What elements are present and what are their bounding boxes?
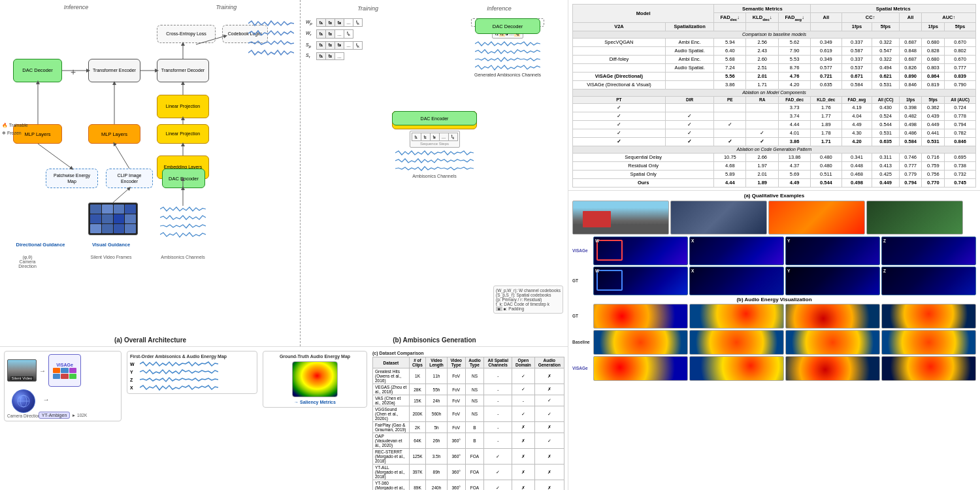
dataset-cell-0-3: FoV xyxy=(447,368,465,384)
bl-cell-2-9: 0.680 xyxy=(922,55,945,63)
qual-img-1 xyxy=(572,201,669,235)
ab-cell-1-7: 0.524 xyxy=(872,112,899,120)
ab-cell-4-10: 0.846 xyxy=(945,137,976,146)
ab-cell-3-10: 0.782 xyxy=(945,129,976,137)
bl-cell-2-0: Diff-foley xyxy=(573,55,666,63)
metrics-codegen-row-1: Residual Only4.681.974.370.4800.4480.413… xyxy=(573,161,976,170)
phi-theta-label: (φ,θ)CameraDirection xyxy=(8,255,47,269)
bl-cell-1-3: 2.43 xyxy=(746,46,779,55)
bl-cell-5-4: 4.20 xyxy=(779,80,811,89)
ab-cell-4-3: ✓ xyxy=(746,137,779,146)
metrics-codegen-row-3: Ours4.441.894.490.5440.4980.4490.7940.77… xyxy=(573,178,976,187)
gt-row: GT W X Y Z xyxy=(572,267,976,295)
ambisonics-channels-label: Ambisonics Channels xyxy=(157,255,209,259)
dataset-cell-8-1: 89K xyxy=(409,480,426,491)
qual-img-2 xyxy=(670,201,767,235)
metrics-baseline-row-5: ViSAGe (Directional & Visual)3.861.714.2… xyxy=(573,80,976,89)
first-order-label: First-Order Ambisonics & Audio Energy Ma… xyxy=(130,354,254,359)
visage-energy-row: ViSAGe xyxy=(572,356,976,381)
dataset-cell-0-0: Greatest Hits (Owens et al., 2016) xyxy=(373,368,410,384)
cg-val-2-2: 5.69 xyxy=(779,170,811,178)
bl-cell-4-2: 5.56 xyxy=(714,72,746,80)
dataset-cell-1-1: 28K xyxy=(409,384,426,395)
cg-val-3-6: 0.794 xyxy=(899,178,922,187)
dataset-cell-0-5: - xyxy=(484,368,512,384)
dataset-cell-4-5: - xyxy=(484,422,512,433)
ptdir-header-3: RA xyxy=(746,96,779,103)
ab-cell-3-7: 0.531 xyxy=(872,129,899,137)
dataset-cell-8-4: FOA xyxy=(465,480,484,491)
svg-line-12 xyxy=(113,188,129,203)
dataset-cell-5-4: B xyxy=(465,433,484,449)
bl-cell-1-5: 0.619 xyxy=(811,46,841,55)
codegen-section-header: Ablation on Code Generation Pattern xyxy=(573,146,976,153)
ptdir-header-8: 1fps xyxy=(899,96,922,103)
dataset-col-atype: Audio Type xyxy=(465,357,484,368)
dataset-cell-1-3: FoV xyxy=(447,384,465,395)
metrics-ablation-row-3: ✓✓✓4.011.784.300.5310.4860.4410.782 xyxy=(573,129,976,137)
cg-val-0-1: 2.66 xyxy=(746,153,779,161)
cg-val-3-1: 1.89 xyxy=(746,178,779,187)
cg-val-1-6: 0.777 xyxy=(899,161,922,170)
silent-video-thumb: Silent Video xyxy=(7,359,37,382)
bl-cell-5-3: 1.71 xyxy=(746,80,779,89)
cg-val-0-5: 0.311 xyxy=(872,153,899,161)
auc-5fps-header: 5fps xyxy=(945,22,976,31)
cg-val-0-7: 0.716 xyxy=(922,153,945,161)
visage-spec-1: W xyxy=(593,237,688,265)
dataset-cell-4-2: 5h xyxy=(426,422,448,433)
bl-cell-4-5: 0.721 xyxy=(811,72,841,80)
cg-val-1-3: 0.480 xyxy=(811,161,841,170)
ptdir-header-1: DIR xyxy=(665,96,713,103)
bl-cell-2-5: 0.349 xyxy=(811,55,841,63)
bl-cell-1-4: 7.90 xyxy=(779,46,811,55)
dataset-cell-5-3: 360° xyxy=(447,433,465,449)
transformer-encoder-node: Transformer Encoder xyxy=(88,59,140,82)
bottom-diagrams: Silent Video → ViSAGe xyxy=(0,346,568,490)
dataset-cell-5-7: ✓ xyxy=(534,433,564,449)
baseline-energy-row: Baseline xyxy=(572,330,976,355)
dataset-col-name: Dataset xyxy=(373,357,410,368)
dataset-cell-3-0: VGGSound (Chen et al., 2020c) xyxy=(373,406,410,422)
ab-cell-1-5: 1.77 xyxy=(811,112,841,120)
dataset-caption: (c) Dataset Comparison xyxy=(372,351,564,355)
svg-line-9 xyxy=(38,144,72,169)
dataset-col-audio: Audio Generation xyxy=(534,357,564,368)
plus-symbol: + xyxy=(71,67,76,77)
cg-val-3-2: 4.49 xyxy=(779,178,811,187)
fad-avg-header: FADavg↓ xyxy=(779,13,811,23)
silent-video-frames-label: Silent Video Frames xyxy=(85,255,137,259)
bl-cell-5-8: 0.846 xyxy=(899,80,922,89)
metrics-baseline-row-4: ViSAGe (Directional)5.562.014.760.7210.6… xyxy=(573,72,976,80)
bl-cell-5-6: 0.584 xyxy=(841,80,872,89)
cg-val-0-4: 0.341 xyxy=(841,153,872,161)
dac-encoder-b-node: DAC Encoder xyxy=(392,111,477,125)
dataset-cell-8-2: 240h xyxy=(426,480,448,491)
qualitative-top-row xyxy=(572,201,976,235)
gt-energy-2 xyxy=(689,304,784,329)
ab-cell-1-6: 4.04 xyxy=(841,112,872,120)
bl-cell-4-7: 0.621 xyxy=(872,72,899,80)
spatialization-header: Spatialization xyxy=(665,22,713,31)
bl-cell-4-9: 0.864 xyxy=(922,72,945,80)
ab-cell-2-6: 4.49 xyxy=(841,120,872,129)
metrics-baseline-row-2: Diff-foleyAmbi Enc.5.682.605.530.3490.33… xyxy=(573,55,976,63)
bl-cell-4-6: 0.671 xyxy=(841,72,872,80)
cc-5fps-header: 5fps xyxy=(872,22,899,31)
metrics-table-container: Model Semantic Metrics Spatial Metrics F… xyxy=(568,0,980,190)
cg-val-1-8: 0.738 xyxy=(945,161,976,170)
baseline-energy-label: Baseline xyxy=(572,340,592,344)
dataset-cell-2-6: - xyxy=(512,395,534,406)
dataset-cell-1-4: NS xyxy=(465,384,484,395)
cc-header: CC↑ xyxy=(841,13,899,23)
diagram-a-title: (a) Overall Architecture xyxy=(0,336,301,344)
bl-cell-0-7: 0.322 xyxy=(872,38,899,46)
bl-cell-3-1: Audio Spatial. xyxy=(665,63,713,72)
ab-cell-4-0: ✓ xyxy=(573,137,666,146)
dataset-cell-8-7: ✗ xyxy=(534,480,564,491)
dataset-cell-7-4: FOA xyxy=(465,465,484,480)
dataset-cell-4-0: FairPlay (Gao & Grauman, 2019) xyxy=(373,422,410,433)
globe-icon-bottom xyxy=(12,389,35,413)
generated-ambisonics-label: Generated Ambisonics Channels xyxy=(474,73,541,77)
cg-val-2-0: 5.89 xyxy=(714,170,746,178)
